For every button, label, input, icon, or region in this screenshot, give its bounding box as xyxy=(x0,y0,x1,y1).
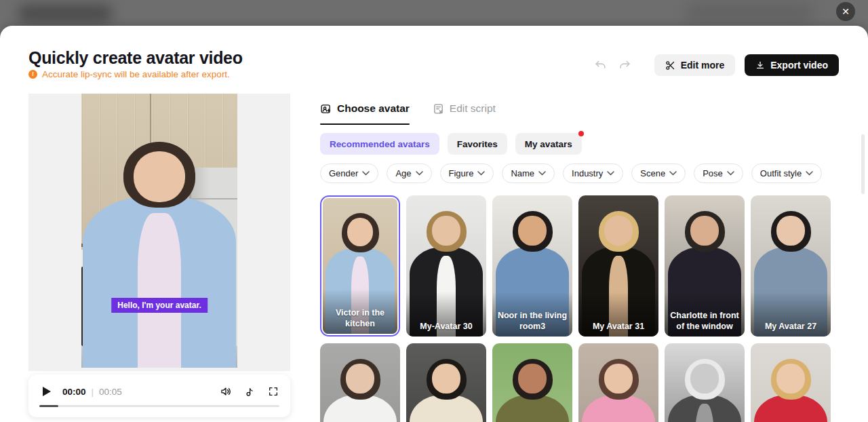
fullscreen-icon xyxy=(268,386,279,397)
chevron-down-icon xyxy=(538,171,546,176)
avatar-card[interactable]: My-Avatar 30 xyxy=(406,195,486,337)
avatar-category-pills: Recommended avatars Favorites My avatars xyxy=(320,133,582,155)
current-time: 00:00 xyxy=(62,387,86,397)
filter-label: Gender xyxy=(329,168,358,178)
pill-recommended-avatars[interactable]: Recommended avatars xyxy=(320,133,439,155)
close-button[interactable]: ✕ xyxy=(836,2,855,21)
filter-label: Pose xyxy=(703,168,723,178)
filter-figure[interactable]: Figure xyxy=(440,164,494,183)
avatar-photo xyxy=(320,343,400,422)
filter-pose[interactable]: Pose xyxy=(694,164,743,183)
label-shade xyxy=(323,289,397,334)
choose-avatar-icon xyxy=(320,103,332,115)
tabs: Choose avatar Edit script xyxy=(320,100,496,117)
filter-gender[interactable]: Gender xyxy=(320,164,378,183)
volume-button[interactable] xyxy=(220,385,232,398)
scrollbar-thumb[interactable] xyxy=(861,134,865,194)
chevron-down-icon xyxy=(669,171,677,176)
total-time: 00:05 xyxy=(99,387,122,397)
chevron-down-icon xyxy=(477,171,485,176)
filter-label: Outfit style xyxy=(760,168,802,178)
blurred-toolbar-area xyxy=(685,4,814,22)
fullscreen-button[interactable] xyxy=(267,385,279,398)
page-title: Quickly create avatar video xyxy=(28,48,243,68)
avatar-card[interactable]: My Avatar 27 xyxy=(751,195,831,337)
filter-label: Figure xyxy=(449,168,474,178)
music-note-icon xyxy=(244,386,256,398)
avatar-name: Charlotte in front of the window xyxy=(667,310,742,332)
filter-outfit-style[interactable]: Outfit style xyxy=(751,164,822,183)
chevron-down-icon xyxy=(362,171,370,176)
avatar-video-modal: Quickly create avatar video Accurate lip… xyxy=(0,26,868,422)
pill-label: Recommended avatars xyxy=(330,139,430,149)
avatar-card[interactable]: Charlotte in front of the window xyxy=(665,195,745,337)
edit-more-button[interactable]: Edit more xyxy=(654,54,736,76)
avatar-grid: Victor in the kitchen My-Avatar 30 Noor … xyxy=(320,195,831,422)
tab-label: Edit script xyxy=(450,102,496,115)
avatar-photo xyxy=(578,343,658,422)
pill-label: Favorites xyxy=(457,139,498,149)
chevron-down-icon xyxy=(727,171,734,176)
avatar-photo xyxy=(665,343,745,422)
avatar-tee xyxy=(138,213,181,368)
filter-industry[interactable]: Industry xyxy=(563,164,623,183)
undo-button[interactable] xyxy=(593,58,608,73)
time-divider: | xyxy=(92,387,94,397)
filter-bar: Gender Age Figure Name Industry Scene Po… xyxy=(320,164,822,183)
voice-effect-button[interactable] xyxy=(243,385,256,398)
edit-more-label: Edit more xyxy=(681,60,725,71)
export-video-label: Export video xyxy=(770,60,828,71)
tab-label: Choose avatar xyxy=(337,102,410,115)
info-icon xyxy=(28,70,37,79)
filter-name[interactable]: Name xyxy=(502,164,555,183)
filter-label: Age xyxy=(395,168,411,178)
edit-script-icon xyxy=(433,103,444,115)
avatar-name: My Avatar 27 xyxy=(753,321,828,332)
play-button[interactable] xyxy=(41,385,53,398)
avatar-name: My Avatar 31 xyxy=(581,321,656,332)
avatar-card[interactable]: My Avatar 31 xyxy=(578,195,658,337)
export-video-button[interactable]: Export video xyxy=(745,54,839,76)
avatar-card[interactable] xyxy=(665,343,745,422)
subtitle-caption: Hello, I'm your avatar. xyxy=(111,298,208,313)
header-actions: Edit more Export video xyxy=(593,54,839,76)
tab-choose-avatar[interactable]: Choose avatar xyxy=(320,100,410,117)
tab-edit-script[interactable]: Edit script xyxy=(433,100,496,117)
filter-scene[interactable]: Scene xyxy=(631,164,686,183)
avatar-card[interactable] xyxy=(751,343,831,422)
play-icon xyxy=(42,386,52,397)
avatar-card[interactable] xyxy=(578,343,658,422)
video-preview: Hello, I'm your avatar. xyxy=(81,94,237,368)
lip-sync-notice: Accurate lip-sync will be available afte… xyxy=(28,69,230,79)
redo-icon xyxy=(618,59,631,72)
notice-text: Accurate lip-sync will be available afte… xyxy=(42,69,230,79)
pill-my-avatars[interactable]: My avatars xyxy=(515,133,582,155)
speaker-icon xyxy=(220,385,232,398)
close-icon: ✕ xyxy=(842,6,850,17)
screen: ✕ Quickly create avatar video Accurate l… xyxy=(0,0,868,422)
avatar-card[interactable]: Victor in the kitchen xyxy=(320,195,400,337)
avatar-photo xyxy=(492,343,572,422)
seek-bar[interactable] xyxy=(39,405,279,407)
scissors-icon xyxy=(665,60,675,71)
filter-label: Scene xyxy=(640,168,665,178)
progress-played xyxy=(39,405,58,407)
avatar-card[interactable] xyxy=(320,343,400,422)
notification-dot xyxy=(578,131,584,136)
avatar-card[interactable] xyxy=(406,343,486,422)
pill-favorites[interactable]: Favorites xyxy=(448,133,507,155)
filter-label: Industry xyxy=(572,168,603,178)
avatar-name: Noor in the living room3 xyxy=(495,310,570,332)
avatar-photo xyxy=(406,343,486,422)
avatar-card[interactable]: Noor in the living room3 xyxy=(492,195,572,337)
filter-label: Name xyxy=(511,168,534,178)
video-player-bar: 00:00 | 00:05 xyxy=(28,375,290,417)
chevron-down-icon xyxy=(607,171,614,176)
avatar-card[interactable] xyxy=(492,343,572,422)
undo-icon xyxy=(594,59,607,72)
chevron-down-icon xyxy=(416,171,423,176)
avatar-photo xyxy=(323,198,397,334)
redo-button[interactable] xyxy=(618,58,633,73)
pill-label: My avatars xyxy=(525,139,572,149)
filter-age[interactable]: Age xyxy=(387,164,431,183)
